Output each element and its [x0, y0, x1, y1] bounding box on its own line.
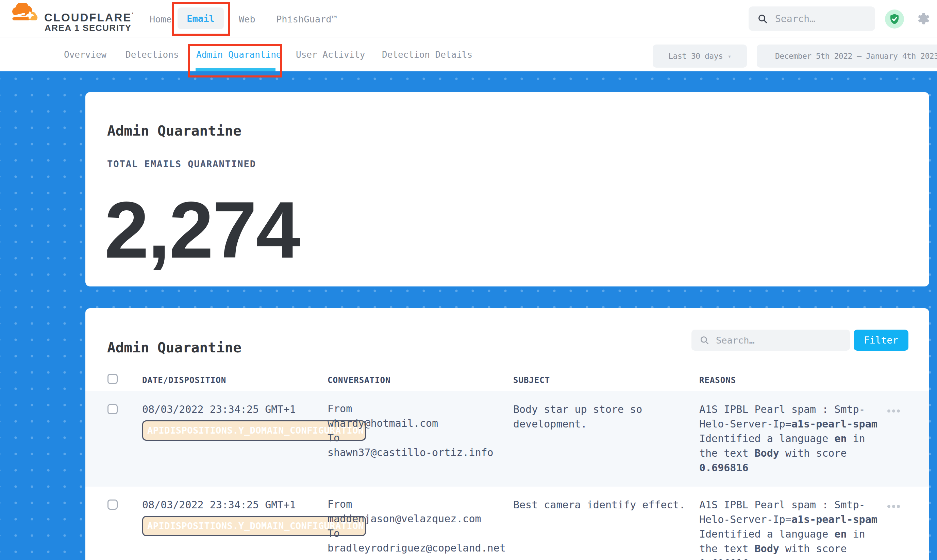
- email-sub-nav: Overview Detections Admin Quarantine Use…: [0, 37, 937, 71]
- nav-item-web[interactable]: Web: [239, 14, 255, 25]
- shield-check-icon: [888, 13, 901, 25]
- total-quarantined-label: TOTAL EMAILS QUARANTINED: [107, 159, 256, 169]
- tab-detection-details[interactable]: Detection Details: [382, 49, 472, 60]
- column-header-conversation[interactable]: CONVERSATION: [327, 375, 391, 385]
- date-range-label: December 5th 2022 — January 4th 2023: [775, 52, 937, 60]
- table-search-input[interactable]: [715, 335, 829, 346]
- brand-trademark: ’: [132, 12, 133, 18]
- row-checkbox[interactable]: [108, 500, 118, 510]
- total-quarantined-value: 2,274: [104, 190, 299, 270]
- tab-overview[interactable]: Overview: [64, 49, 107, 60]
- time-range-label: Last 30 days: [668, 52, 723, 60]
- top-bar: CLOUDFLARE’ AREA 1 SECURITY Home Email W…: [0, 0, 937, 37]
- protection-status-badge[interactable]: [885, 9, 904, 29]
- global-search-input[interactable]: [775, 13, 857, 25]
- table-row[interactable]: 08/03/2022 23:34:25 GMT+1 APIDISPOSITION…: [85, 391, 929, 486]
- table-search: [692, 329, 850, 351]
- quarantine-table-card: Admin Quarantine Filter DATE/DISPOSITION…: [85, 308, 929, 560]
- column-header-subject[interactable]: SUBJECT: [513, 375, 550, 385]
- column-header-reasons[interactable]: REASONS: [699, 375, 736, 385]
- cloudflare-logo-icon[interactable]: [10, 3, 42, 22]
- nav-item-email-label: Email: [187, 13, 214, 24]
- row-conversation: Fromwhardy@hotmail.comToshawn37@castillo…: [327, 401, 518, 460]
- chevron-down-icon: ▾: [727, 53, 731, 60]
- table-row[interactable]: 08/03/2022 23:34:25 GMT+1 APIDISPOSITION…: [85, 486, 929, 560]
- column-header-date-disposition[interactable]: DATE/DISPOSITION: [142, 375, 226, 385]
- nav-item-email[interactable]: Email: [178, 8, 224, 29]
- table-card-title: Admin Quarantine: [107, 340, 241, 356]
- nav-item-home[interactable]: Home: [150, 14, 172, 25]
- search-icon: [758, 14, 768, 24]
- quarantine-summary-card: Admin Quarantine TOTAL EMAILS QUARANTINE…: [85, 92, 929, 286]
- search-icon: [699, 335, 709, 345]
- area1-dashboard: CLOUDFLARE’ AREA 1 SECURITY Home Email W…: [0, 0, 937, 560]
- select-all-checkbox[interactable]: [108, 374, 118, 384]
- nav-item-phishguard[interactable]: PhishGuard™: [276, 14, 337, 25]
- brand-area1-security: AREA 1 SECURITY: [45, 23, 132, 33]
- row-subject: Best camera identify effect.: [513, 497, 699, 512]
- row-reasons: A1S IPBL Pearl spam : Smtp-Helo-Server-I…: [699, 497, 881, 560]
- tab-user-activity[interactable]: User Activity: [296, 49, 365, 60]
- row-actions-ellipsis-icon[interactable]: [888, 409, 900, 412]
- row-reasons: A1S IPBL Pearl spam : Smtp-Helo-Server-I…: [699, 402, 881, 475]
- time-range-dropdown[interactable]: Last 30 days ▾: [653, 45, 747, 68]
- global-search: [749, 6, 875, 31]
- summary-card-title: Admin Quarantine: [107, 123, 241, 139]
- row-date: 08/03/2022 23:34:25 GMT+1: [142, 497, 296, 512]
- date-range-picker[interactable]: December 5th 2022 — January 4th 2023: [757, 45, 937, 68]
- tab-admin-quarantine[interactable]: Admin Quarantine: [196, 49, 281, 60]
- settings-gear-icon[interactable]: [914, 11, 931, 27]
- row-subject: Body star up store so development.: [513, 402, 699, 431]
- tab-detections[interactable]: Detections: [125, 49, 179, 60]
- row-conversation: Frommaddenjason@velazquez.comTobradleyro…: [327, 497, 518, 555]
- filter-button[interactable]: Filter: [854, 329, 908, 351]
- row-checkbox[interactable]: [108, 404, 118, 414]
- active-tab-underline: [196, 68, 275, 71]
- brand-cloudflare: CLOUDFLARE’: [44, 11, 133, 24]
- row-actions-ellipsis-icon[interactable]: [888, 505, 900, 508]
- row-date: 08/03/2022 23:34:25 GMT+1: [142, 402, 296, 417]
